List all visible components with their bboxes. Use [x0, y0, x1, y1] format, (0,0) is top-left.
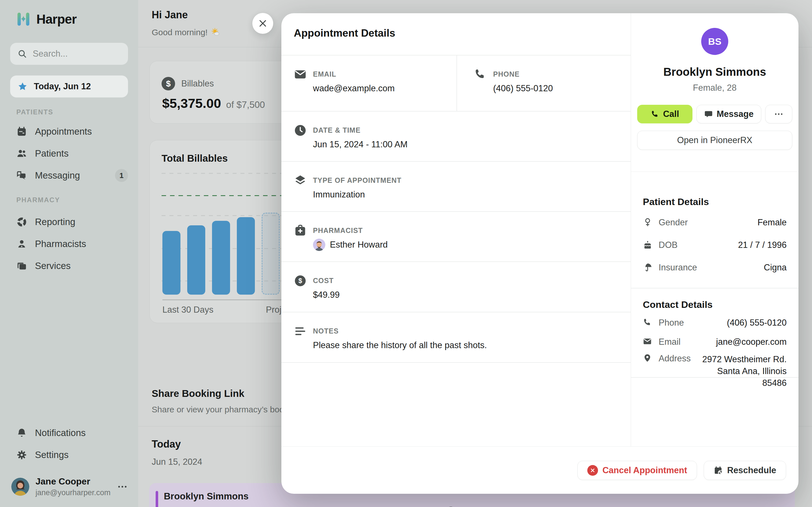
chart-bar-projected [262, 213, 280, 295]
calendar-reschedule-icon [714, 466, 723, 475]
message-label: Message [717, 109, 754, 119]
envelope-icon [294, 68, 307, 81]
cancel-x-icon [587, 465, 598, 476]
user-menu-dots-icon[interactable] [117, 481, 128, 492]
patient-details-section: Patient Details Gender Female DOB 21 / 7… [631, 184, 799, 279]
field-type: TYPE OF APPOINTMENT Immunization [294, 174, 402, 200]
messaging-badge: 1 [115, 169, 128, 182]
today-date: Jun 15, 2024 [152, 457, 202, 467]
layers-icon [294, 174, 307, 187]
sidebar-nav-patients: Appointments Patients Messaging 1 [0, 121, 138, 186]
female-icon [643, 217, 653, 228]
appointment-patient-name: Brooklyn Simmons [164, 491, 249, 502]
divider [282, 161, 631, 162]
ellipsis-icon [774, 109, 784, 119]
pharmacist-name: Esther Howard [330, 240, 388, 250]
detail-row-gender: Gender Female [643, 211, 786, 234]
detail-value: 21 / 7 / 1996 [738, 239, 786, 251]
bell-icon [16, 428, 27, 438]
patient-panel: BS Brooklyn Simmons Female, 28 Call Mess… [631, 13, 799, 446]
detail-value: Female [758, 217, 786, 228]
cake-icon [643, 240, 653, 250]
phone-icon [643, 318, 653, 328]
nav-item-label: Notifications [35, 428, 86, 438]
reschedule-button[interactable]: Reschedule [704, 461, 786, 480]
search-field[interactable] [10, 43, 128, 65]
contact-value: jane@cooper.com [716, 336, 786, 348]
box-icon [16, 261, 27, 271]
sidebar-item-patients[interactable]: Patients [0, 143, 138, 165]
call-button[interactable]: Call [637, 105, 693, 123]
modal-title: Appointment Details [294, 27, 395, 39]
modal-content: Appointment Details EMAIL wade@example.c… [282, 13, 631, 446]
field-datetime: DATE & TIME Jun 15, 2024 - 11:00 AM [294, 124, 408, 150]
sidebar-nav-footer: Notifications Settings [0, 422, 138, 466]
dollar-circle-icon: $ [294, 274, 307, 287]
call-label: Call [663, 109, 679, 119]
phone-icon [651, 110, 659, 118]
detail-row-dob: DOB 21 / 7 / 1996 [643, 234, 786, 256]
sidebar-item-today[interactable]: Today, Jun 12 [10, 75, 128, 98]
field-phone: PHONE (406) 555-0120 [474, 68, 553, 94]
user-email: jane@yourharper.com [36, 489, 110, 497]
more-actions-button[interactable] [765, 105, 792, 123]
contact-row-email: Email jane@cooper.com [643, 333, 786, 351]
field-email: EMAIL wade@example.com [294, 68, 395, 94]
nav-item-label: Appointments [35, 126, 92, 137]
share-booking-section: Share Booking Link Share or view your ph… [152, 388, 300, 414]
search-input[interactable] [33, 49, 117, 59]
sidebar-item-appointments[interactable]: Appointments [0, 121, 138, 143]
brand-name: Harper [36, 11, 77, 27]
user-name: Jane Cooper [36, 476, 110, 487]
field-label: DATE & TIME [313, 124, 408, 134]
divider [631, 377, 799, 378]
field-label: PHONE [493, 68, 553, 78]
chart-title: Total Billables [161, 153, 228, 164]
divider [282, 312, 631, 313]
billables-label: Billables [181, 78, 214, 89]
modal-footer: Cancel Appointment Reschedule [282, 446, 799, 494]
chart-bar-period-4 [237, 217, 255, 295]
field-label: NOTES [313, 325, 487, 335]
sidebar-section-patients: PATIENTS [16, 108, 53, 116]
sidebar: Harper Today, Jun 12 PATIENTS Appointmen… [0, 0, 138, 507]
close-modal-button[interactable] [252, 13, 273, 34]
sidebar-item-messaging[interactable]: Messaging 1 [0, 165, 138, 186]
close-icon [258, 18, 267, 28]
person-icon [16, 238, 27, 249]
x-label-left: Last 30 Days [162, 305, 213, 315]
user-avatar [11, 478, 29, 496]
chart-bar-period-3 [212, 221, 230, 295]
appointment-details-modal: Appointment Details EMAIL wade@example.c… [282, 13, 799, 494]
sidebar-item-notifications[interactable]: Notifications [0, 422, 138, 444]
notes-lines-icon [294, 325, 307, 338]
sidebar-item-reporting[interactable]: Reporting [0, 211, 138, 233]
divider [282, 362, 631, 363]
billables-amount: $5,375.00 [162, 96, 221, 111]
svg-text:$: $ [298, 277, 302, 284]
nav-item-label: Pharmacists [35, 238, 86, 249]
field-pharmacist: PHARMACIST Esther Howard [294, 224, 388, 251]
sidebar-nav-pharmacy: Reporting Pharmacists Services [0, 211, 138, 277]
open-in-pioneerrx-button[interactable]: Open in PioneerRX [637, 131, 792, 150]
user-profile[interactable]: Jane Cooper jane@yourharper.com [0, 473, 138, 501]
speech-bubble-icon [704, 110, 713, 118]
pharmacist-avatar [313, 238, 325, 251]
sidebar-item-settings[interactable]: Settings [0, 444, 138, 466]
medical-briefcase-icon [294, 224, 307, 237]
sidebar-item-pharmacists[interactable]: Pharmacists [0, 233, 138, 255]
contact-value: 2972 Westheimer Rd. Santa Ana, Illinois … [691, 353, 786, 389]
cancel-appointment-button[interactable]: Cancel Appointment [577, 461, 697, 480]
chart-bar-period-1 [162, 231, 181, 295]
detail-value: Cigna [764, 262, 786, 274]
sidebar-item-services[interactable]: Services [0, 255, 138, 277]
field-value: Immunization [313, 189, 402, 200]
sun-cloud-icon [211, 27, 220, 37]
field-cost: $ COST $49.99 [294, 274, 340, 300]
donut-chart-icon [16, 217, 27, 227]
message-button[interactable]: Message [696, 105, 761, 123]
greeting-title: Hi Jane [152, 9, 188, 21]
divider [456, 55, 457, 111]
dollar-circle-icon: $ [161, 77, 175, 91]
star-icon [17, 81, 28, 92]
